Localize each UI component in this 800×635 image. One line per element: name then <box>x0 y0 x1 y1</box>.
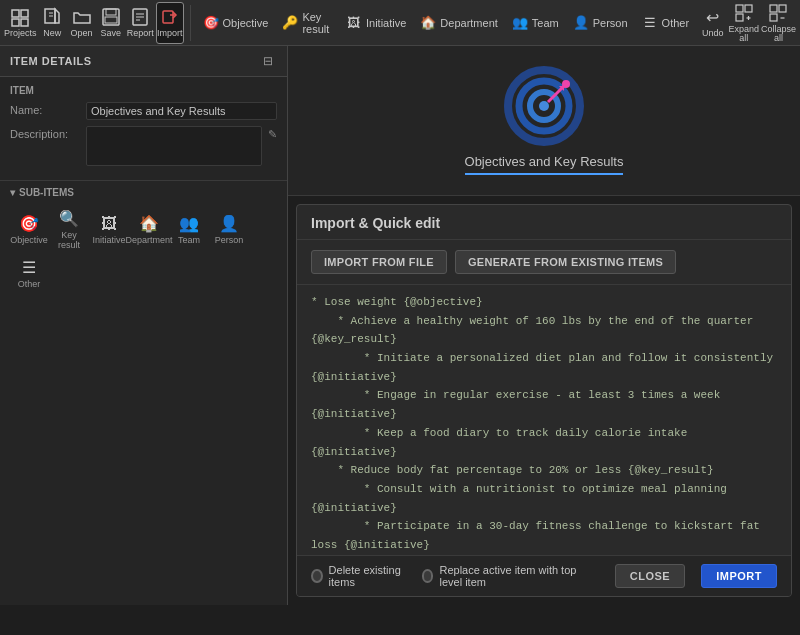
panel-toggle-icon[interactable]: ⊟ <box>259 52 277 70</box>
projects-icon <box>10 7 30 27</box>
svg-rect-10 <box>105 17 117 23</box>
ib-department-icon: 🏠 <box>139 214 159 233</box>
person-icon: 👤 <box>573 15 589 31</box>
tb-team[interactable]: 👥 Team <box>506 13 565 33</box>
ib-person-icon: 👤 <box>219 214 239 233</box>
chevron-icon: ▾ <box>10 187 15 198</box>
toolbar-save[interactable]: Save <box>97 2 124 44</box>
text-line: * Initiate a personalized diet plan and … <box>311 349 777 386</box>
description-label: Description: <box>10 126 80 140</box>
ib-department-label: Department <box>125 235 172 245</box>
okr-target-svg <box>504 66 584 146</box>
svg-rect-22 <box>770 5 777 12</box>
left-panel: ITEM DETAILS ⊟ ITEM Name: Objectives and… <box>0 46 288 605</box>
svg-rect-1 <box>21 10 28 17</box>
ib-initiative[interactable]: 🖼 Initiative <box>90 212 128 248</box>
projects-label: Projects <box>4 29 37 38</box>
open-label: Open <box>71 29 93 38</box>
department-icon: 🏠 <box>420 15 436 31</box>
import-icon <box>160 7 180 27</box>
delete-existing-checkbox[interactable]: Delete existing items <box>311 564 406 588</box>
toolbar-projects[interactable]: Projects <box>4 2 37 44</box>
svg-rect-2 <box>12 19 19 26</box>
tb-person[interactable]: 👤 Person <box>567 13 634 33</box>
ib-other[interactable]: ☰ Other <box>10 255 48 292</box>
replace-checkbox-indicator <box>422 569 434 583</box>
initiative-icon: 🖼 <box>346 15 362 31</box>
svg-rect-3 <box>21 19 28 26</box>
name-value[interactable]: Objectives and Key Results <box>86 102 277 120</box>
import-button[interactable]: IMPORT <box>701 564 777 588</box>
text-line: * Consult with a nutritionist to optimiz… <box>311 480 777 517</box>
ib-objective[interactable]: 🎯 Objective <box>10 211 48 248</box>
import-text-area[interactable]: * Lose weight {@objective} * Achieve a h… <box>297 285 791 555</box>
okr-title: Objectives and Key Results <box>465 154 624 175</box>
ib-keyresult[interactable]: 🔍 Key result <box>50 206 88 253</box>
generate-from-existing-btn[interactable]: GENERATE FROM EXISTING ITEMS <box>455 250 676 274</box>
ib-person-label: Person <box>215 235 244 245</box>
collapse-all-label: Collapse all <box>761 25 796 43</box>
toolbar-undo[interactable]: ↩ Undo <box>699 2 726 44</box>
ib-initiative-label: Initiative <box>92 235 125 245</box>
description-field-row: Description: ✎ <box>10 126 277 166</box>
tb-other[interactable]: ☰ Other <box>636 13 696 33</box>
keyresult-icon: 🔑 <box>282 15 298 31</box>
collapse-all-icon <box>768 3 788 23</box>
dialog-bottom: Delete existing items Replace active ite… <box>297 555 791 596</box>
ib-initiative-icon: 🖼 <box>101 215 117 233</box>
toolbar-import[interactable]: Import <box>156 2 184 44</box>
ib-keyresult-icon: 🔍 <box>59 209 79 228</box>
description-textarea[interactable] <box>86 126 262 166</box>
import-from-file-btn[interactable]: IMPORT FROM FILE <box>311 250 447 274</box>
keyresult-label: Key result <box>302 11 332 35</box>
svg-rect-19 <box>736 14 743 21</box>
text-line: * Lose weight {@objective} <box>311 293 777 312</box>
name-label: Name: <box>10 102 80 116</box>
top-toolbar: Projects New Open Save Report Import 🎯 O… <box>0 0 800 46</box>
svg-rect-9 <box>106 9 116 15</box>
ib-team[interactable]: 👥 Team <box>170 211 208 248</box>
subitems-header: ▾ SUB-ITEMS <box>10 187 277 198</box>
ib-department[interactable]: 🏠 Department <box>130 211 168 248</box>
toolbar-new[interactable]: New <box>39 2 66 44</box>
import-dialog-title: Import & Quick edit <box>297 205 791 240</box>
text-line: * Reduce body fat percentage to 20% or l… <box>311 461 777 480</box>
tb-initiative[interactable]: 🖼 Initiative <box>340 13 412 33</box>
replace-active-checkbox[interactable]: Replace active item with top level item <box>422 564 583 588</box>
svg-marker-7 <box>55 9 59 23</box>
tb-department[interactable]: 🏠 Department <box>414 13 503 33</box>
report-icon <box>130 7 150 27</box>
department-label: Department <box>440 17 497 29</box>
svg-rect-0 <box>12 10 19 17</box>
svg-rect-15 <box>163 11 173 23</box>
toolbar-report[interactable]: Report <box>127 2 154 44</box>
undo-label: Undo <box>702 29 724 38</box>
subitems-section: ▾ SUB-ITEMS 🎯 Objective 🔍 Key result 🖼 I… <box>0 181 287 605</box>
ib-team-icon: 👥 <box>179 214 199 233</box>
ib-keyresult-label: Key result <box>54 230 84 250</box>
toolbar-collapse-all[interactable]: Collapse all <box>761 2 796 44</box>
report-label: Report <box>127 29 154 38</box>
svg-rect-18 <box>745 5 752 12</box>
center-panel: Objectives and Key Results Import & Quic… <box>288 46 800 605</box>
tb-objective[interactable]: 🎯 Objective <box>197 13 275 33</box>
ib-objective-icon: 🎯 <box>19 214 39 233</box>
text-line: * Keep a food diary to track daily calor… <box>311 424 777 461</box>
edit-icon[interactable]: ✎ <box>268 126 277 141</box>
icon-bar: 🎯 Objective 🔍 Key result 🖼 Initiative 🏠 … <box>10 206 277 292</box>
toolbar-separator <box>190 5 191 41</box>
close-button[interactable]: CLOSE <box>615 564 685 588</box>
person-label: Person <box>593 17 628 29</box>
toolbar-expand-all[interactable]: Expand all <box>728 2 759 44</box>
tb-keyresult[interactable]: 🔑 Key result <box>276 9 338 37</box>
toolbar-open[interactable]: Open <box>68 2 95 44</box>
undo-icon: ↩ <box>703 7 723 27</box>
ib-other-icon: ☰ <box>22 258 36 277</box>
import-label: Import <box>157 29 183 38</box>
import-dialog: Import & Quick edit IMPORT FROM FILE GEN… <box>296 204 792 597</box>
item-section-label: ITEM <box>10 85 277 96</box>
delete-checkbox-indicator <box>311 569 323 583</box>
expand-all-icon <box>734 3 754 23</box>
new-icon <box>42 7 62 27</box>
ib-person[interactable]: 👤 Person <box>210 211 248 248</box>
